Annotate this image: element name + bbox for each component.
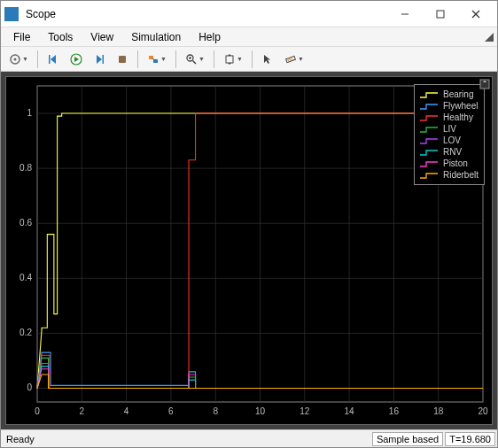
- autoscale-button[interactable]: ▼: [219, 50, 247, 69]
- menubar: File Tools View Simulation Help: [1, 27, 497, 47]
- legend-swatch: [420, 136, 438, 145]
- legend-swatch: [420, 102, 438, 111]
- svg-text:0.2: 0.2: [19, 328, 32, 337]
- legend-row: Flywheel: [420, 100, 479, 112]
- maximize-button[interactable]: [423, 2, 458, 27]
- svg-text:0: 0: [35, 406, 40, 416]
- svg-line-20: [291, 57, 292, 59]
- close-button[interactable]: [458, 2, 494, 27]
- minimize-button[interactable]: [387, 2, 423, 27]
- svg-text:0.6: 0.6: [19, 218, 32, 228]
- legend-swatch: [420, 125, 438, 134]
- legend-label: Riderbelt: [443, 170, 479, 180]
- svg-text:4: 4: [124, 406, 129, 416]
- legend-swatch: [420, 159, 438, 168]
- svg-text:16: 16: [389, 406, 400, 416]
- legend-row: Healthy: [420, 112, 479, 123]
- separator: [252, 50, 253, 68]
- separator: [137, 50, 138, 68]
- measurements-button[interactable]: ▼: [280, 50, 308, 69]
- step-forward-button[interactable]: [89, 50, 110, 69]
- legend-swatch: [420, 148, 438, 157]
- separator: [214, 50, 214, 68]
- svg-text:12: 12: [300, 406, 310, 416]
- status-time: T=19.680: [445, 432, 495, 446]
- svg-line-13: [193, 60, 197, 64]
- legend[interactable]: BearingFlywheelHealthyLIVLOVRNVPistonRid…: [414, 84, 485, 185]
- separator: [37, 50, 38, 68]
- legend-label: Healthy: [443, 112, 473, 122]
- step-back-button[interactable]: [43, 50, 64, 69]
- svg-text:8: 8: [213, 406, 218, 416]
- plot-frame[interactable]: 0246810121416182000.20.40.60.81 BearingF…: [5, 76, 493, 425]
- expand-icon[interactable]: [485, 32, 494, 44]
- menu-simulation[interactable]: Simulation: [124, 29, 188, 45]
- chevron-down-icon: ▼: [160, 56, 167, 62]
- chevron-down-icon: ▼: [298, 56, 304, 62]
- legend-row: RNV: [420, 146, 479, 158]
- svg-text:0.4: 0.4: [19, 273, 32, 282]
- highlight-button[interactable]: ▼: [143, 50, 171, 69]
- statusbar: Ready Sample based T=19.680: [1, 429, 497, 447]
- chevron-down-icon: ▼: [237, 56, 243, 62]
- separator: [175, 50, 176, 68]
- zoom-button[interactable]: ▼: [181, 50, 209, 69]
- titlebar: Scope: [1, 1, 497, 27]
- window-title: Scope: [26, 8, 387, 20]
- menu-help[interactable]: Help: [191, 29, 228, 45]
- legend-label: RNV: [443, 147, 462, 157]
- menu-tools[interactable]: Tools: [41, 29, 80, 45]
- svg-rect-16: [226, 56, 233, 63]
- svg-text:10: 10: [255, 406, 266, 416]
- settings-button[interactable]: ▼: [4, 50, 33, 69]
- run-button[interactable]: [66, 50, 87, 69]
- window-buttons: [387, 2, 494, 27]
- status-mode: Sample based: [372, 432, 443, 446]
- svg-line-19: [289, 58, 290, 60]
- legend-swatch: [420, 171, 438, 180]
- legend-swatch: [420, 113, 438, 122]
- svg-text:0.8: 0.8: [19, 163, 32, 173]
- chevron-down-icon: ▼: [22, 56, 28, 62]
- legend-row: Bearing: [420, 89, 479, 100]
- svg-text:6: 6: [168, 406, 174, 416]
- cursor-button[interactable]: [257, 50, 278, 69]
- svg-rect-1: [437, 11, 444, 18]
- legend-row: Riderbelt: [420, 169, 479, 181]
- legend-row: Piston: [420, 158, 479, 169]
- toolbar: ▼ ▼ ▼ ▼ ▼: [1, 47, 497, 72]
- legend-label: Piston: [443, 158, 468, 168]
- svg-line-18: [288, 58, 289, 61]
- legend-row: LOV: [420, 135, 479, 146]
- svg-rect-9: [119, 56, 126, 63]
- restore-axes-icon[interactable]: [479, 79, 490, 92]
- menu-view[interactable]: View: [83, 29, 121, 45]
- plot-area: 0246810121416182000.20.40.60.81 BearingF…: [1, 72, 497, 429]
- legend-label: LIV: [443, 124, 456, 134]
- status-ready: Ready: [3, 434, 370, 444]
- stop-button[interactable]: [112, 50, 133, 69]
- svg-rect-17: [286, 56, 296, 62]
- menu-file[interactable]: File: [6, 29, 37, 45]
- svg-point-5: [14, 58, 17, 60]
- legend-label: Bearing: [443, 89, 473, 99]
- chevron-down-icon: ▼: [198, 56, 205, 62]
- legend-swatch: [420, 90, 438, 99]
- legend-label: Flywheel: [443, 101, 478, 111]
- svg-text:14: 14: [345, 406, 355, 416]
- legend-label: LOV: [443, 135, 461, 145]
- svg-text:0: 0: [27, 382, 32, 392]
- svg-text:20: 20: [478, 406, 488, 416]
- svg-rect-8: [103, 55, 105, 64]
- svg-text:2: 2: [80, 406, 85, 416]
- legend-row: LIV: [420, 123, 479, 135]
- app-icon: [4, 7, 19, 21]
- svg-text:1: 1: [27, 108, 32, 118]
- svg-text:18: 18: [433, 406, 444, 416]
- svg-rect-6: [49, 55, 51, 64]
